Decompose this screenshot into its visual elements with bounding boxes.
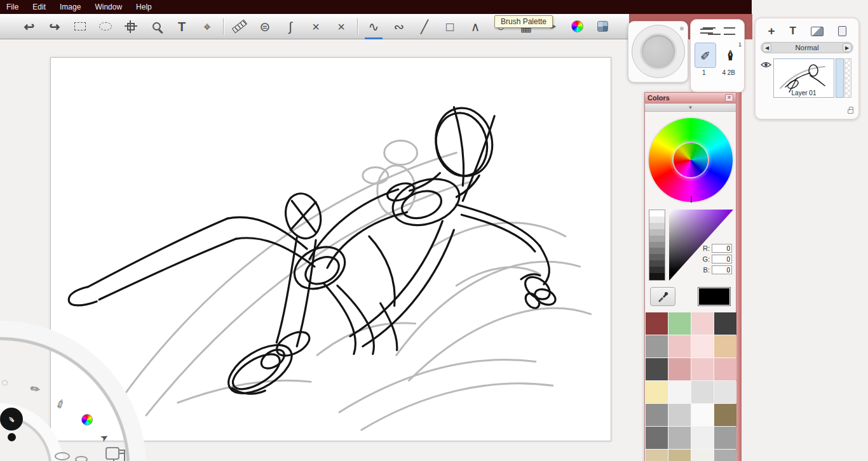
lasso-select-button[interactable] <box>93 15 118 39</box>
grayscale-ramp[interactable] <box>649 210 665 281</box>
curve-stroke-button[interactable]: ∿ <box>361 15 386 39</box>
ellipse-guide-button[interactable]: ⊜ <box>252 15 278 39</box>
palette-swatch[interactable] <box>691 358 714 380</box>
ellipse-guide-icon: ⊜ <box>260 20 271 33</box>
colors-panel-close-button[interactable]: × <box>725 94 733 102</box>
palette-swatch[interactable] <box>714 404 736 426</box>
layer-thumbnail[interactable]: Layer 01 <box>773 58 834 98</box>
polyline-tool-button[interactable]: ∧ <box>463 15 488 39</box>
layer-lock-icon[interactable] <box>848 109 853 114</box>
zoom-button[interactable] <box>144 15 169 39</box>
palette-swatch[interactable] <box>668 427 691 449</box>
move-tool-button[interactable]: ⌖ <box>194 15 220 39</box>
copic-library-button[interactable] <box>590 15 615 39</box>
lagoon-pen-button[interactable]: ✒ <box>0 408 23 431</box>
palette-swatch[interactable] <box>646 358 668 380</box>
palette-swatch[interactable] <box>714 335 736 357</box>
steady-stroke-button[interactable]: ∾ <box>386 15 412 39</box>
palette-swatch[interactable] <box>714 312 736 335</box>
colors-panel-titlebar[interactable]: Colors × <box>645 93 736 104</box>
import-image-button[interactable] <box>811 27 824 36</box>
brush-menu-button[interactable] <box>724 27 735 35</box>
brush-puck-panel[interactable] <box>628 21 688 83</box>
lagoon-black-dot[interactable] <box>8 433 16 441</box>
menu-edit[interactable]: Edit <box>32 3 46 11</box>
pen-nib-icon: ✒ <box>4 412 18 426</box>
menu-image[interactable]: Image <box>60 3 81 11</box>
palette-swatch[interactable] <box>646 427 668 449</box>
color-wheel[interactable] <box>649 118 733 202</box>
palette-swatch[interactable] <box>691 312 714 335</box>
palette-swatch[interactable] <box>646 335 668 357</box>
lagoon-selection-icon[interactable]: ◌ <box>1 376 8 389</box>
lagoon-square-icon[interactable] <box>105 447 119 460</box>
palette-swatch[interactable] <box>691 450 714 461</box>
eyedropper-button[interactable] <box>650 287 675 306</box>
rectangle-tool-button[interactable]: □ <box>437 15 463 39</box>
palette-swatch[interactable] <box>668 358 691 380</box>
blend-mode-selector[interactable]: ◀ Normal ▶ <box>761 42 853 53</box>
layer-visibility-eye-icon[interactable] <box>761 61 771 69</box>
text-tool-button[interactable]: T <box>169 15 194 39</box>
palette-swatch[interactable] <box>646 404 668 426</box>
color-wheel-inner-disc[interactable] <box>672 142 709 178</box>
palette-swatch[interactable] <box>714 450 736 461</box>
sliders-icon <box>700 27 713 36</box>
current-color-swatch[interactable] <box>698 287 731 306</box>
brush-puck[interactable] <box>640 33 677 70</box>
menu-window[interactable]: Window <box>95 3 122 11</box>
palette-swatch[interactable] <box>714 381 736 403</box>
brush-settings-button[interactable] <box>700 27 713 36</box>
blend-prev-button[interactable]: ◀ <box>763 43 771 52</box>
drawing-canvas[interactable] <box>50 57 611 441</box>
image-icon <box>811 27 824 36</box>
b-label: B: <box>703 266 710 274</box>
palette-swatch[interactable] <box>714 358 736 380</box>
french-curve-button[interactable]: ∫ <box>278 15 303 39</box>
colors-panel-collapse-button[interactable]: ▼ <box>645 104 736 112</box>
palette-swatch[interactable] <box>646 450 668 461</box>
palette-swatch[interactable] <box>668 450 691 461</box>
layer-options-button[interactable] <box>838 26 846 36</box>
brush-puck-ring[interactable] <box>632 25 685 78</box>
redo-button[interactable]: ↪ <box>42 15 67 39</box>
text-layer-button[interactable]: T <box>789 25 796 37</box>
palette-swatch[interactable] <box>646 381 668 403</box>
palette-swatch[interactable] <box>691 427 714 449</box>
line-tool-button[interactable]: ╱ <box>412 15 437 39</box>
palette-swatch[interactable] <box>691 335 714 357</box>
symmetry-y-button[interactable]: × <box>329 15 354 39</box>
g-label: G: <box>702 255 710 263</box>
brush-slot-pencil[interactable]: ✏ <box>695 43 716 68</box>
palette-swatch[interactable] <box>668 381 691 403</box>
lagoon-ellipse-icon[interactable] <box>55 452 70 460</box>
palette-swatch[interactable] <box>691 404 714 426</box>
steady-stroke-icon: ∾ <box>394 20 405 33</box>
lagoon-color-wheel-icon[interactable] <box>81 414 93 425</box>
ruler-button[interactable] <box>227 15 252 39</box>
palette-swatch[interactable] <box>714 427 736 449</box>
menu-help[interactable]: Help <box>136 3 152 11</box>
colors-panel-scroll-strip[interactable] <box>736 92 742 461</box>
palette-swatch[interactable] <box>646 312 668 335</box>
r-value-input[interactable] <box>712 244 732 253</box>
crop-button[interactable] <box>118 15 144 39</box>
symmetry-x-icon: × <box>312 20 320 33</box>
lagoon-ellipse-icon[interactable] <box>75 456 88 461</box>
brush-slot-pen[interactable]: ✒ 1 <box>721 43 740 68</box>
b-value-input[interactable] <box>712 265 732 274</box>
rect-select-button[interactable] <box>67 15 93 39</box>
color-wheel-button[interactable] <box>564 15 590 39</box>
add-layer-button[interactable]: + <box>768 24 775 38</box>
symmetry-x-button[interactable]: × <box>303 15 329 39</box>
layer-opacity-bar[interactable] <box>836 58 844 98</box>
palette-swatch[interactable] <box>668 404 691 426</box>
g-value-input[interactable] <box>712 255 732 264</box>
undo-button[interactable]: ↩ <box>17 15 42 39</box>
menu-file[interactable]: File <box>6 3 18 11</box>
magnifier-icon <box>153 22 161 30</box>
blend-next-button[interactable]: ▶ <box>843 43 851 52</box>
palette-swatch[interactable] <box>668 335 691 357</box>
palette-swatch[interactable] <box>691 381 714 403</box>
palette-swatch[interactable] <box>668 312 691 335</box>
